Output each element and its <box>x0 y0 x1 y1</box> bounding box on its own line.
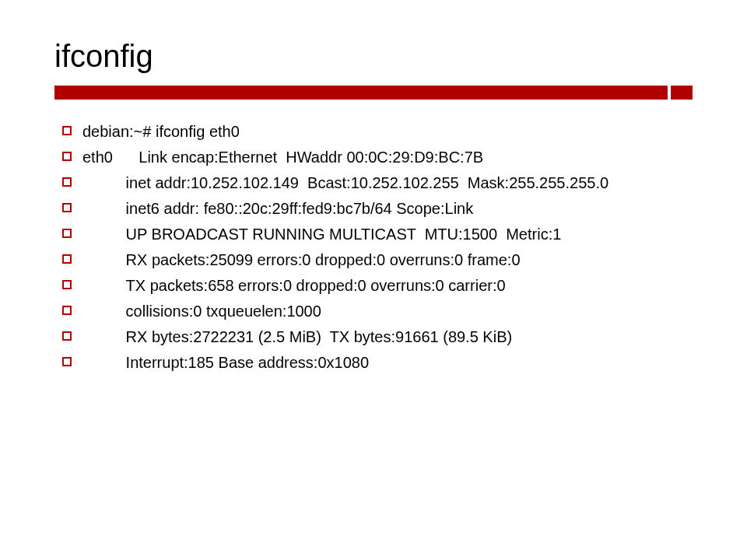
bullet-line: debian:~# ifconfig eth0 <box>62 121 693 142</box>
bullet-marker-icon <box>62 126 72 135</box>
title-divider-end <box>671 86 693 100</box>
bullet-text: UP BROADCAST RUNNING MULTICAST MTU:1500 … <box>82 224 693 245</box>
bullet-text: TX packets:658 errors:0 dropped:0 overru… <box>82 275 693 296</box>
bullet-marker-icon <box>62 357 72 366</box>
bullet-marker-icon <box>62 229 72 238</box>
bullet-line: inet6 addr: fe80::20c:29ff:fed9:bc7b/64 … <box>62 198 693 219</box>
title-divider-main <box>54 86 668 100</box>
bullet-line: TX packets:658 errors:0 dropped:0 overru… <box>62 275 693 296</box>
bullet-marker-icon <box>62 331 72 341</box>
bullet-text: RX packets:25099 errors:0 dropped:0 over… <box>82 250 693 271</box>
bullet-marker-icon <box>62 280 72 289</box>
bullet-line: RX packets:25099 errors:0 dropped:0 over… <box>62 250 693 271</box>
bullet-marker-icon <box>62 152 72 161</box>
bullet-marker-icon <box>62 306 72 315</box>
bullet-text: inet6 addr: fe80::20c:29ff:fed9:bc7b/64 … <box>82 198 693 219</box>
bullet-text: debian:~# ifconfig eth0 <box>82 121 693 142</box>
bullet-marker-icon <box>62 254 72 264</box>
title-divider <box>54 86 693 100</box>
bullet-line: inet addr:10.252.102.149 Bcast:10.252.10… <box>62 173 693 194</box>
slide-content: debian:~# ifconfig eth0 eth0 Link encap:… <box>54 121 693 373</box>
bullet-text: inet addr:10.252.102.149 Bcast:10.252.10… <box>82 173 693 194</box>
bullet-text: RX bytes:2722231 (2.5 MiB) TX bytes:9166… <box>82 327 693 348</box>
slide-title: ifconfig <box>54 39 693 74</box>
bullet-text: Interrupt:185 Base address:0x1080 <box>82 352 693 373</box>
bullet-line: RX bytes:2722231 (2.5 MiB) TX bytes:9166… <box>62 327 693 348</box>
bullet-line: eth0 Link encap:Ethernet HWaddr 00:0C:29… <box>62 147 693 168</box>
bullet-line: collisions:0 txqueuelen:1000 <box>62 301 693 322</box>
bullet-line: UP BROADCAST RUNNING MULTICAST MTU:1500 … <box>62 224 693 245</box>
bullet-line: Interrupt:185 Base address:0x1080 <box>62 352 693 373</box>
bullet-marker-icon <box>62 203 72 212</box>
bullet-text: eth0 Link encap:Ethernet HWaddr 00:0C:29… <box>82 147 693 168</box>
bullet-marker-icon <box>62 177 72 187</box>
bullet-text: collisions:0 txqueuelen:1000 <box>82 301 693 322</box>
